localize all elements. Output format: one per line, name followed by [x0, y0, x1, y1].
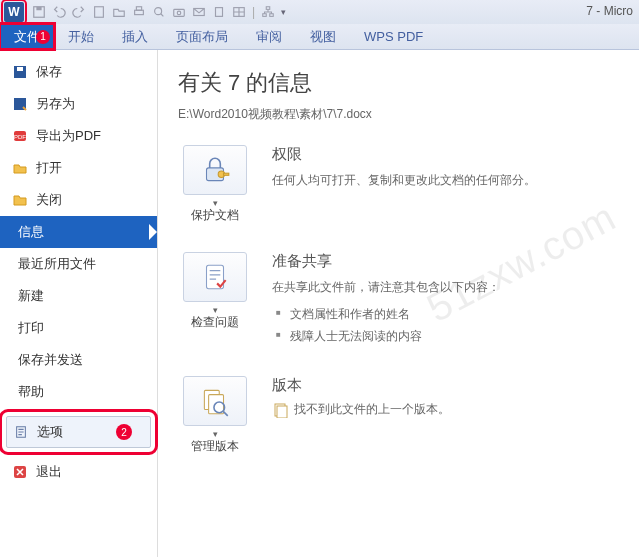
svg-rect-1: [36, 7, 41, 11]
sidebar-item-close[interactable]: 关闭: [0, 184, 157, 216]
pdf-icon: PDF: [12, 128, 28, 144]
lock-key-icon: [198, 153, 232, 187]
svg-rect-29: [277, 406, 287, 418]
version-doc-icon: [272, 402, 288, 418]
svg-rect-23: [224, 173, 229, 175]
button-label: 管理版本: [178, 438, 252, 455]
tab-home[interactable]: 开始: [54, 24, 108, 49]
svg-rect-13: [270, 14, 274, 17]
redo-icon[interactable]: [72, 5, 86, 19]
sidebar-item-exportpdf[interactable]: PDF 导出为PDF: [0, 120, 157, 152]
permissions-desc: 任何人均可打开、复制和更改此文档的任何部分。: [272, 170, 536, 192]
org-chart-icon[interactable]: [261, 5, 275, 19]
sidebar-item-options[interactable]: 选项 2: [6, 416, 151, 448]
sidebar-item-info[interactable]: 信息: [0, 216, 157, 248]
options-icon: [13, 424, 29, 440]
share-heading: 准备共享: [272, 252, 500, 271]
annotation-badge-1: 1: [36, 30, 50, 44]
button-label: 检查问题: [178, 314, 252, 331]
protect-document-button[interactable]: 保护文档: [178, 145, 252, 224]
tab-view[interactable]: 视图: [296, 24, 350, 49]
sidebar-item-print[interactable]: 打印: [0, 312, 157, 344]
window-title: 7 - Micro: [586, 4, 633, 18]
sidebar-item-send[interactable]: 保存并发送: [0, 344, 157, 376]
svg-point-5: [155, 8, 162, 15]
versions-desc: 找不到此文件的上一个版本。: [294, 401, 450, 418]
save-icon: [12, 64, 28, 80]
svg-rect-9: [216, 8, 223, 17]
check-issues-button[interactable]: 检查问题: [178, 252, 252, 348]
document-check-icon: [198, 260, 232, 294]
save-icon[interactable]: [32, 5, 46, 19]
sidebar-label: 选项: [37, 423, 63, 441]
share-bullet: 文档属性和作者的姓名: [272, 303, 500, 326]
sidebar-item-open[interactable]: 打开: [0, 152, 157, 184]
exit-icon: [12, 464, 28, 480]
svg-rect-6: [174, 9, 185, 16]
sidebar-item-saveas[interactable]: 另存为: [0, 88, 157, 120]
table-icon[interactable]: [232, 5, 246, 19]
paste-icon[interactable]: [212, 5, 226, 19]
tab-review[interactable]: 审阅: [242, 24, 296, 49]
ribbon-tabs: 文件 1 开始 插入 页面布局 审阅 视图 WPS PDF: [0, 24, 639, 50]
manage-versions-button[interactable]: 管理版本: [178, 376, 252, 455]
sidebar-label: 关闭: [36, 191, 62, 209]
tab-wpspdf[interactable]: WPS PDF: [350, 24, 437, 49]
page-title: 有关 7 的信息: [178, 68, 619, 98]
sidebar-label: 退出: [36, 463, 62, 481]
folder-open-icon: [12, 160, 28, 176]
tab-file[interactable]: 文件 1: [0, 24, 54, 49]
quick-access-toolbar: | ▾: [32, 5, 286, 19]
versions-icon: [198, 384, 232, 418]
svg-rect-12: [263, 14, 267, 17]
svg-rect-4: [136, 7, 141, 11]
sidebar-item-help[interactable]: 帮助: [0, 376, 157, 408]
sidebar-label: 打开: [36, 159, 62, 177]
sidebar-label: 保存: [36, 63, 62, 81]
annotation-badge-2: 2: [116, 424, 132, 440]
open-icon[interactable]: [112, 5, 126, 19]
camera-icon[interactable]: [172, 5, 186, 19]
svg-rect-11: [266, 7, 270, 10]
sidebar-item-new[interactable]: 新建: [0, 280, 157, 312]
svg-text:PDF: PDF: [14, 134, 26, 140]
backstage-sidebar: 保存 另存为 PDF 导出为PDF 打开 关闭 信息 最近所用文件 新建 打印 …: [0, 50, 158, 557]
svg-rect-3: [135, 10, 144, 14]
sidebar-label: 另存为: [36, 95, 75, 113]
share-bullet: 残障人士无法阅读的内容: [272, 325, 500, 348]
button-label: 保护文档: [178, 207, 252, 224]
app-word-icon: W: [4, 2, 24, 22]
sidebar-item-recent[interactable]: 最近所用文件: [0, 248, 157, 280]
sidebar-item-save[interactable]: 保存: [0, 56, 157, 88]
email-icon[interactable]: [192, 5, 206, 19]
versions-heading: 版本: [272, 376, 450, 395]
sidebar-item-exit[interactable]: 退出: [0, 456, 157, 488]
sidebar-label: 信息: [18, 223, 44, 241]
permissions-heading: 权限: [272, 145, 536, 164]
share-desc: 在共享此文件前，请注意其包含以下内容：: [272, 277, 500, 299]
print-icon[interactable]: [132, 5, 146, 19]
svg-point-7: [177, 11, 181, 15]
backstage-content: 51zxw.com 有关 7 的信息 E:\Word2010视频教程\素材\7\…: [158, 50, 639, 557]
file-path: E:\Word2010视频教程\素材\7\7.docx: [178, 106, 619, 123]
tab-insert[interactable]: 插入: [108, 24, 162, 49]
preview-icon[interactable]: [152, 5, 166, 19]
saveas-icon: [12, 96, 28, 112]
undo-icon[interactable]: [52, 5, 66, 19]
folder-close-icon: [12, 192, 28, 208]
tab-layout[interactable]: 页面布局: [162, 24, 242, 49]
svg-rect-2: [95, 7, 104, 18]
sidebar-label: 导出为PDF: [36, 127, 101, 145]
new-doc-icon[interactable]: [92, 5, 106, 19]
svg-rect-15: [17, 67, 23, 71]
